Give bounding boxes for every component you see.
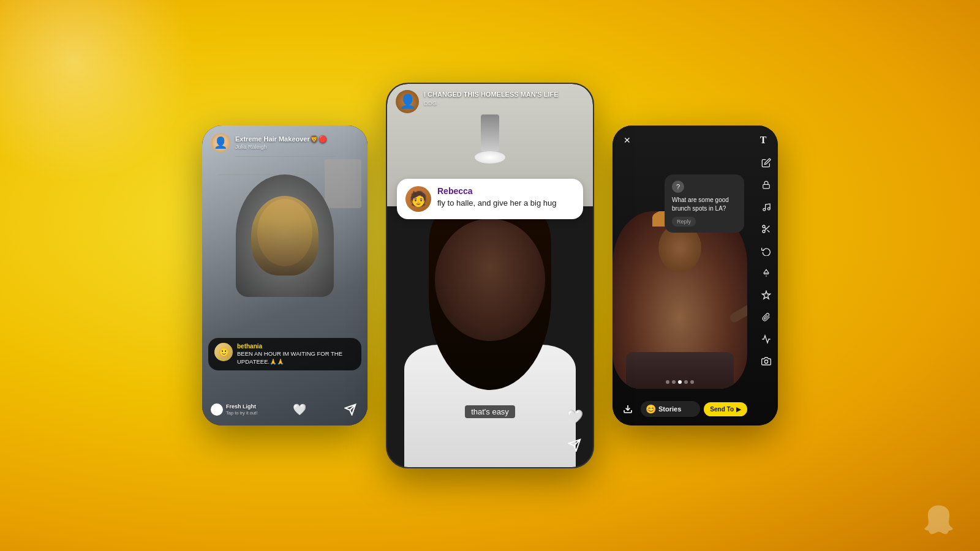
left-person-hair [251,196,318,276]
question-bubble: ? What are some good brunch spots in LA?… [665,174,744,233]
right-toolbar [760,156,773,368]
phones-container: 👤 Extreme Hair Makeover🦁🔴 Julia Raleigh … [202,83,778,468]
download-button[interactable] [619,400,637,418]
left-bottom-bar: Fresh Light Tap to try it out! 🤍 [211,401,359,418]
svg-point-3 [763,225,765,228]
svg-point-1 [763,208,765,211]
center-face [435,219,545,341]
center-share-button[interactable] [565,435,584,455]
send-arrow-icon: ▶ [736,406,741,413]
center-title-block: I CHANGED THIS HOMELESS MAN'S LIFE DDG [424,90,559,107]
left-title-block: Extreme Hair Makeover🦁🔴 Julia Raleigh [235,135,359,149]
phone-center: 👤 I CHANGED THIS HOMELESS MAN'S LIFE DDG… [386,83,594,468]
paperclip-icon[interactable] [760,310,773,324]
reply-button[interactable]: Reply [672,217,696,227]
left-comment-bubble: 🙂 bethania BEEN AN HOUR IM WAITING FOR T… [208,338,361,370]
center-top-bar: 👤 I CHANGED THIS HOMELESS MAN'S LIFE DDG [396,90,584,113]
svg-point-10 [764,360,767,363]
phone-right: ✕ T ? What are some good brunch spots in… [612,126,778,425]
center-subtitle: that's easy [465,405,515,418]
center-heart-button[interactable]: 🤍 [565,407,584,427]
question-icon: ? [672,181,684,193]
left-comment-avatar: 🙂 [214,343,233,361]
lock-icon[interactable] [760,178,773,192]
scissors-icon[interactable] [760,222,773,236]
stories-emoji: 😊 [646,404,656,414]
right-person [612,211,747,389]
send-to-button[interactable]: Send To ▶ [704,402,747,416]
left-comment-message: BEEN AN HOUR IM WAITING FOR THE UPDATEEE… [237,350,355,365]
svg-point-4 [763,230,765,233]
center-video-user: DDG [424,100,559,107]
rotate-icon[interactable] [760,244,773,258]
svg-rect-0 [763,184,770,188]
rebecca-bubble: 🧑 Rebecca fly to halle, and give her a b… [397,179,583,219]
text-tool-button[interactable]: T [756,133,771,148]
svg-line-7 [764,227,766,229]
left-top-bar: 👤 Extreme Hair Makeover🦁🔴 Julia Raleigh [211,133,359,152]
filter-name: Fresh Light [226,403,257,410]
left-avatar-face: 👤 [211,133,230,152]
left-top-avatar: 👤 [211,133,230,152]
dot-1 [666,380,669,384]
rebecca-message: fly to halle, and give her a big hug [437,198,556,209]
right-bottom-bar: 😊 Stories Send To ▶ [619,400,747,418]
center-top-avatar: 👤 [396,90,419,113]
highlighter-icon[interactable] [760,266,773,280]
close-button[interactable]: ✕ [620,133,635,148]
rebecca-name: Rebecca [437,186,556,197]
center-subtitle-bar: that's easy [387,405,593,418]
question-text: What are some good brunch spots in LA? [672,196,737,213]
filter-tap: Tap to try it out! [226,410,257,416]
left-comment-text: bethania BEEN AN HOUR IM WAITING FOR THE… [237,343,355,365]
camera-flip-icon[interactable] [760,354,773,368]
left-heart-button[interactable]: 🤍 [291,401,308,418]
center-bottom-actions: 🤍 [565,407,584,455]
dot-5 [690,380,694,384]
stories-label: Stories [658,405,681,413]
filter-circle [211,403,223,416]
send-to-label: Send To [710,406,734,413]
svg-point-2 [767,208,770,210]
sticker-icon[interactable] [760,288,773,302]
dot-2 [672,380,676,384]
progress-dots [612,380,747,384]
stories-button[interactable]: 😊 Stories [641,401,700,417]
left-comment-username: bethania [237,343,355,350]
phone-left: 👤 Extreme Hair Makeover🦁🔴 Julia Raleigh … [202,126,368,425]
left-video-title: Extreme Hair Makeover🦁🔴 [235,135,359,143]
filter-pill[interactable]: Fresh Light Tap to try it out! [211,403,257,416]
dot-3 [678,380,682,384]
music-icon[interactable] [760,200,773,214]
left-video-user: Julia Raleigh [235,144,359,150]
rebecca-text: Rebecca fly to halle, and give her a big… [437,186,556,209]
svg-line-6 [767,230,770,233]
timer-icon[interactable] [760,332,773,346]
center-video-title: I CHANGED THIS HOMELESS MAN'S LIFE [424,90,559,99]
snapchat-logo [922,502,956,536]
left-share-button[interactable] [342,401,359,418]
dot-4 [684,380,688,384]
pencil-icon[interactable] [760,156,773,170]
rebecca-avatar: 🧑 [405,186,431,212]
